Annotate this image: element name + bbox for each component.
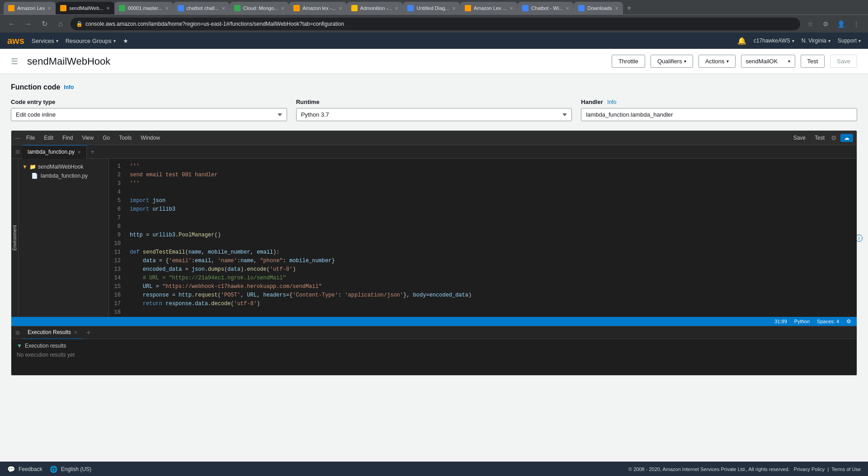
- editor-minimize-icon[interactable]: —: [15, 135, 20, 141]
- footer-left: 💬 Feedback 🌐 English (US): [7, 466, 91, 473]
- tab-admonition[interactable]: Admonition -... ✕: [347, 2, 403, 14]
- function-code-header: Function code Info: [11, 83, 857, 91]
- save-button[interactable]: Save: [830, 55, 857, 68]
- tab-close-icon[interactable]: ✕: [509, 6, 513, 11]
- editor-window-menu[interactable]: Window: [138, 134, 163, 142]
- sidebar-toggle[interactable]: ☰: [11, 57, 18, 66]
- folder-icon: 📁: [29, 164, 36, 170]
- editor-status-settings-icon[interactable]: ⚙: [846, 318, 851, 325]
- bookmark-icon[interactable]: ☆: [804, 18, 816, 30]
- tab-favicon: [407, 5, 414, 11]
- content-area: Function code Info Code entry type Edit …: [0, 74, 868, 476]
- tab-label: Cloud: Mongo...: [243, 5, 278, 11]
- actions-button[interactable]: Actions ▾: [698, 55, 736, 68]
- tab-cloud-mongo[interactable]: Cloud: Mongo... ✕: [230, 2, 289, 14]
- editor-go-menu[interactable]: Go: [100, 134, 113, 142]
- execution-results-tab[interactable]: Execution Results ✕: [22, 326, 83, 339]
- editor-tab-close-icon[interactable]: ✕: [77, 150, 81, 155]
- editor-edit-menu[interactable]: Edit: [41, 134, 56, 142]
- environment-sidebar[interactable]: Environment: [11, 159, 19, 317]
- extensions-icon[interactable]: ⚙: [819, 18, 832, 30]
- qualifier-value: sendMailOK: [746, 58, 778, 65]
- terms-link[interactable]: Terms of Use: [831, 467, 861, 472]
- tab-close-icon[interactable]: ✕: [395, 6, 398, 11]
- editor-tab-lambda[interactable]: lambda_function.py ✕: [22, 145, 87, 159]
- tab-00001[interactable]: 00001.master... ✕: [114, 2, 173, 14]
- tab-close-icon[interactable]: ✕: [47, 6, 51, 11]
- new-tab-button[interactable]: +: [623, 2, 636, 14]
- tab-close-icon[interactable]: ✕: [452, 6, 456, 11]
- editor-status-bar: 31:89 Python Spaces: 4 ⚙: [11, 317, 857, 326]
- tab-label: Amazon lex -...: [302, 5, 335, 11]
- editor-settings-icon[interactable]: ⚙: [831, 134, 837, 141]
- tab-favicon: [293, 5, 300, 11]
- file-tree-item-lambda[interactable]: 📄 lambda_function.py: [19, 171, 108, 180]
- bookmark-nav[interactable]: ★: [123, 38, 128, 44]
- bell-nav[interactable]: 🔔: [737, 37, 746, 45]
- tab-amazon-lex-2[interactable]: Amazon lex -... ✕: [289, 2, 346, 14]
- tab-chatbot[interactable]: chatbot chall... ✕: [173, 2, 230, 14]
- function-code-info-link[interactable]: Info: [64, 84, 74, 90]
- forward-button[interactable]: →: [22, 18, 34, 30]
- tab-amazon-lex-3[interactable]: Amazon Lex ... ✕: [460, 2, 518, 14]
- region-label: N. Virginia: [802, 38, 826, 44]
- editor-find-menu[interactable]: Find: [60, 134, 75, 142]
- menu-icon[interactable]: ⋮: [850, 18, 863, 30]
- code-editor-text[interactable]: ''' send email test 001 handler ''' impo…: [125, 159, 857, 317]
- services-nav[interactable]: Services ▾: [32, 38, 58, 44]
- execution-arrow-icon: ▼: [17, 343, 22, 349]
- editor-save-btn[interactable]: Save: [791, 134, 808, 142]
- tab-close-icon[interactable]: ✕: [566, 6, 569, 11]
- privacy-link[interactable]: Privacy Policy: [794, 467, 825, 472]
- editor-test-btn[interactable]: Test: [812, 134, 827, 142]
- user-nav[interactable]: c17hawkeAWS ▾: [754, 38, 794, 44]
- file-tree-folder[interactable]: ▼ 📁 sendMailWebHook: [19, 162, 108, 171]
- profile-icon[interactable]: 👤: [835, 18, 847, 30]
- support-nav[interactable]: Support ▾: [838, 38, 861, 44]
- tab-amazon-lex-1[interactable]: Amazon Lex ✕: [4, 2, 56, 14]
- feedback-link[interactable]: Feedback: [19, 466, 42, 472]
- bottom-panel-icon[interactable]: ⊞: [13, 326, 22, 339]
- execution-results-tab-close-icon[interactable]: ✕: [74, 330, 77, 335]
- tab-chatbot-wiki[interactable]: Chatbot - Wi... ✕: [518, 2, 574, 14]
- tab-close-icon[interactable]: ✕: [281, 6, 284, 11]
- test-button[interactable]: Test: [801, 55, 825, 68]
- qualifiers-button[interactable]: Qualifiers ▾: [651, 55, 693, 68]
- editor-cloud-icon[interactable]: ☁: [840, 134, 853, 142]
- tab-downloads[interactable]: Downloads ✕: [574, 2, 623, 14]
- execution-message: No execution results yet: [17, 352, 851, 358]
- runtime-select[interactable]: Python 3.7: [296, 108, 572, 121]
- code-entry-type-select[interactable]: Edit code inline: [11, 108, 287, 121]
- editor-tools-menu[interactable]: Tools: [116, 134, 134, 142]
- tab-favicon: [119, 5, 125, 11]
- code-entry-type-label: Code entry type: [11, 99, 287, 105]
- tab-close-icon[interactable]: ✕: [222, 6, 225, 11]
- editor-file-menu[interactable]: File: [24, 134, 38, 142]
- back-button[interactable]: ←: [5, 18, 18, 30]
- tab-label: Amazon Lex ...: [474, 5, 507, 11]
- tab-close-icon[interactable]: ✕: [165, 6, 169, 11]
- tab-untitled-diag[interactable]: Untitled Diag... ✕: [403, 2, 460, 14]
- folder-collapse-icon: ▼: [22, 164, 28, 170]
- throttle-button[interactable]: Throttle: [612, 55, 645, 68]
- bottom-panel-add-button[interactable]: +: [83, 329, 94, 337]
- editor-panel-icon[interactable]: ⊞: [13, 146, 22, 158]
- environment-label: Environment: [12, 225, 17, 250]
- tab-close-icon[interactable]: ✕: [339, 6, 342, 11]
- tab-close-icon[interactable]: ✕: [615, 6, 618, 11]
- region-nav[interactable]: N. Virginia ▾: [802, 38, 830, 44]
- reload-button[interactable]: ↻: [38, 18, 51, 30]
- language-label[interactable]: English (US): [61, 466, 91, 472]
- browser-toolbar: ← → ↻ ⌂ 🔒 console.aws.amazon.com/lambda/…: [0, 14, 868, 33]
- home-button[interactable]: ⌂: [54, 18, 67, 30]
- handler-input[interactable]: [581, 108, 857, 121]
- editor-tab-add-button[interactable]: +: [87, 148, 98, 156]
- resource-groups-nav[interactable]: Resource Groups ▾: [66, 38, 116, 44]
- tab-close-icon[interactable]: ✕: [106, 6, 110, 11]
- code-content[interactable]: 12345 678910 1112131415 1617181920 21222…: [109, 159, 857, 317]
- tab-sendmailwebhook[interactable]: sendMailWeb... ✕: [56, 2, 114, 14]
- qualifier-selector[interactable]: sendMailOK ▾: [741, 55, 795, 68]
- address-bar[interactable]: 🔒 console.aws.amazon.com/lambda/home?reg…: [71, 18, 800, 30]
- handler-info-link[interactable]: Info: [607, 99, 616, 105]
- editor-view-menu[interactable]: View: [79, 134, 96, 142]
